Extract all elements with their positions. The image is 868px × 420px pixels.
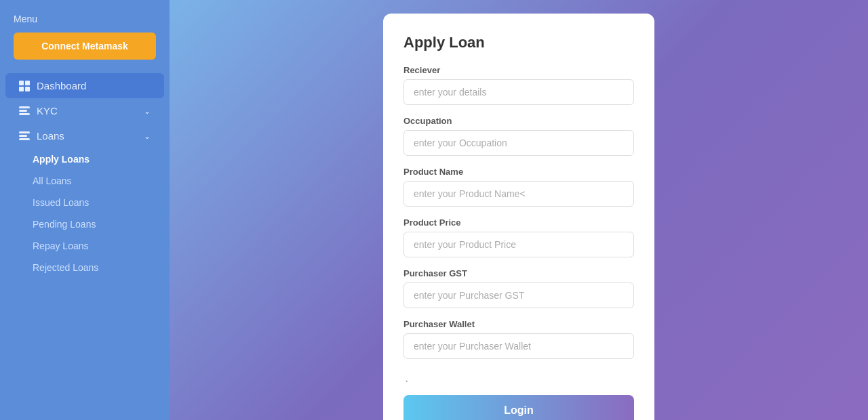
dot-indicator: . bbox=[403, 370, 634, 385]
chevron-down-icon: ⌄ bbox=[144, 131, 151, 141]
occupation-label: Occupation bbox=[403, 116, 634, 126]
sidebar-item-kyc[interactable]: KYC ⌄ bbox=[5, 98, 164, 123]
sidebar-item-rejected-loans[interactable]: Rejected Loans bbox=[0, 257, 170, 278]
login-button[interactable]: Login bbox=[403, 395, 634, 420]
main-content: Apply Loan Reciever Occupation Product N… bbox=[170, 0, 868, 420]
sidebar-item-all-loans[interactable]: All Loans bbox=[0, 170, 170, 192]
connect-metamask-button[interactable]: Connect Metamask bbox=[14, 33, 156, 60]
sidebar-item-label: Loans bbox=[37, 130, 64, 142]
sidebar-item-pending-loans[interactable]: Pending Loans bbox=[0, 213, 170, 235]
sidebar-item-label: KYC bbox=[37, 105, 58, 117]
product-price-input[interactable] bbox=[403, 232, 634, 257]
sidebar-item-apply-loans[interactable]: Apply Loans bbox=[0, 148, 170, 170]
purchaser-wallet-label: Purchaser Wallet bbox=[403, 319, 634, 329]
purchaser-gst-label: Purchaser GST bbox=[403, 268, 634, 278]
purchaser-gst-input[interactable] bbox=[403, 282, 634, 308]
stack-icon bbox=[19, 106, 30, 115]
chevron-down-icon: ⌄ bbox=[144, 106, 151, 116]
sidebar-item-issued-loans[interactable]: Issued Loans bbox=[0, 192, 170, 213]
product-price-label: Product Price bbox=[403, 217, 634, 228]
sidebar-item-dashboard[interactable]: Dashboard bbox=[5, 73, 164, 98]
sidebar-item-loans[interactable]: Loans ⌄ bbox=[5, 123, 164, 148]
menu-label: Menu bbox=[0, 14, 170, 33]
apply-loan-card: Apply Loan Reciever Occupation Product N… bbox=[383, 14, 654, 420]
reciever-group: Reciever bbox=[403, 65, 634, 105]
reciever-label: Reciever bbox=[403, 65, 634, 75]
product-name-group: Product Name bbox=[403, 167, 634, 207]
sidebar-item-repay-loans[interactable]: Repay Loans bbox=[0, 235, 170, 257]
occupation-input[interactable] bbox=[403, 130, 634, 156]
dashboard-icon bbox=[19, 81, 30, 91]
product-price-group: Product Price bbox=[403, 217, 634, 257]
purchaser-gst-group: Purchaser GST bbox=[403, 268, 634, 308]
product-name-label: Product Name bbox=[403, 167, 634, 177]
purchaser-wallet-group: Purchaser Wallet bbox=[403, 319, 634, 359]
occupation-group: Occupation bbox=[403, 116, 634, 156]
reciever-input[interactable] bbox=[403, 79, 634, 105]
card-title: Apply Loan bbox=[403, 34, 634, 51]
product-name-input[interactable] bbox=[403, 181, 634, 207]
sidebar-item-label: Dashboard bbox=[37, 80, 86, 91]
sidebar: Menu Connect Metamask Dashboard KYC ⌄ Lo… bbox=[0, 0, 170, 420]
purchaser-wallet-input[interactable] bbox=[403, 333, 634, 359]
stack-icon bbox=[19, 131, 30, 140]
